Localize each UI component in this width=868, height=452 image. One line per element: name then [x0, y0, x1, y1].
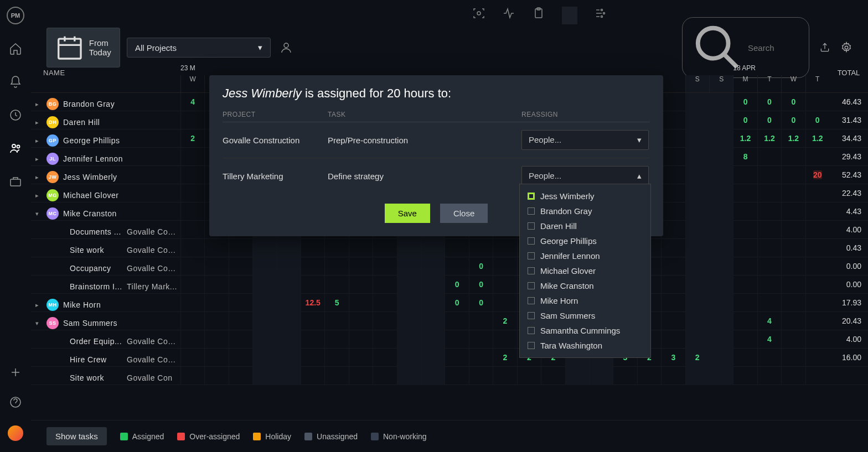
task-row[interactable]: Order Equip... Govalle Con... 4 4.00	[31, 330, 868, 349]
grid-cell[interactable]: 1.2	[805, 129, 829, 148]
grid-cell[interactable]	[373, 367, 396, 385]
grid-cell[interactable]	[324, 349, 348, 367]
grid-cell[interactable]	[397, 330, 421, 349]
grid-cell[interactable]	[252, 257, 276, 276]
grid-cell[interactable]	[277, 239, 301, 257]
grid-cell[interactable]	[349, 239, 373, 257]
grid-cell[interactable]	[517, 367, 541, 385]
grid-cell[interactable]	[661, 257, 685, 276]
grid-cell[interactable]	[397, 294, 421, 312]
grid-cell[interactable]	[180, 276, 204, 294]
grid-cell[interactable]	[709, 330, 733, 349]
link-icon[interactable]	[562, 7, 577, 24]
grid-cell[interactable]	[397, 367, 421, 385]
grid-cell[interactable]	[373, 330, 396, 349]
grid-cell[interactable]	[204, 349, 228, 367]
grid-cell[interactable]	[180, 166, 204, 184]
grid-cell[interactable]	[421, 294, 445, 312]
grid-cell[interactable]	[757, 202, 781, 221]
grid-cell[interactable]	[469, 349, 493, 367]
grid-cell[interactable]	[709, 111, 733, 129]
grid-cell[interactable]	[180, 148, 204, 166]
grid-cell[interactable]	[324, 276, 348, 294]
grid-cell[interactable]	[493, 239, 516, 257]
task-row[interactable]: Occupancy Govalle Con... 0 0.00	[31, 257, 868, 276]
grid-cell[interactable]	[373, 349, 396, 367]
grid-cell[interactable]	[180, 367, 204, 385]
grid-cell[interactable]	[781, 257, 805, 276]
grid-cell[interactable]	[709, 349, 733, 367]
show-tasks-button[interactable]: Show tasks	[46, 427, 107, 445]
grid-cell[interactable]	[685, 111, 709, 129]
grid-cell[interactable]: 0	[469, 276, 493, 294]
grid-cell[interactable]	[709, 239, 733, 257]
grid-cell[interactable]	[421, 276, 445, 294]
checkbox[interactable]	[528, 237, 535, 245]
grid-cell[interactable]	[781, 294, 805, 312]
task-row[interactable]: Hire Crew Govalle Con... 2223232 16.00	[31, 349, 868, 367]
grid-cell[interactable]	[733, 257, 757, 276]
grid-cell[interactable]	[805, 349, 829, 367]
grid-cell[interactable]	[661, 129, 685, 148]
checkbox[interactable]	[528, 282, 535, 289]
grid-cell[interactable]	[445, 349, 468, 367]
grid-cell[interactable]	[204, 367, 228, 385]
grid-cell[interactable]	[229, 276, 252, 294]
grid-cell[interactable]	[324, 257, 348, 276]
grid-cell[interactable]	[781, 184, 805, 202]
grid-cell[interactable]	[709, 367, 733, 385]
activity-icon[interactable]	[502, 7, 515, 20]
project-filter-dropdown[interactable]: All Projects ▾	[127, 38, 271, 58]
grid-cell[interactable]	[661, 367, 685, 385]
share-icon[interactable]	[819, 42, 830, 53]
expand-chevron-icon[interactable]: ▾	[35, 210, 42, 217]
briefcase-icon[interactable]	[9, 175, 22, 188]
grid-cell[interactable]	[229, 239, 252, 257]
people-select[interactable]: People...▴	[521, 166, 649, 186]
grid-cell[interactable]	[781, 166, 805, 184]
grid-cell[interactable]	[709, 294, 733, 312]
user-avatar[interactable]	[8, 425, 23, 441]
grid-cell[interactable]	[733, 330, 757, 349]
grid-cell[interactable]	[805, 221, 829, 239]
grid-cell[interactable]	[421, 257, 445, 276]
grid-cell[interactable]	[661, 312, 685, 330]
people-icon[interactable]	[9, 142, 22, 155]
grid-cell[interactable]	[445, 367, 468, 385]
flow-icon[interactable]	[594, 7, 607, 20]
grid-cell[interactable]: 2	[493, 312, 516, 330]
grid-cell[interactable]	[661, 330, 685, 349]
grid-cell[interactable]	[277, 330, 301, 349]
grid-cell[interactable]	[493, 257, 516, 276]
grid-cell[interactable]	[781, 221, 805, 239]
grid-cell[interactable]	[709, 129, 733, 148]
checkbox[interactable]	[528, 193, 535, 200]
people-option[interactable]: Jess Wimberly	[520, 189, 650, 204]
grid-cell[interactable]	[180, 257, 204, 276]
people-option[interactable]: Tara Washington	[520, 338, 650, 353]
grid-cell[interactable]	[252, 330, 276, 349]
grid-cell[interactable]	[180, 239, 204, 257]
grid-cell[interactable]	[661, 184, 685, 202]
grid-cell[interactable]	[397, 257, 421, 276]
expand-chevron-icon[interactable]: ▸	[35, 101, 42, 108]
grid-cell[interactable]	[565, 367, 589, 385]
grid-cell[interactable]	[757, 349, 781, 367]
grid-cell[interactable]	[805, 330, 829, 349]
people-option[interactable]: George Phillips	[520, 233, 650, 248]
grid-cell[interactable]	[709, 202, 733, 221]
grid-cell[interactable]: 0	[805, 111, 829, 129]
grid-cell[interactable]	[229, 257, 252, 276]
grid-cell[interactable]	[277, 294, 301, 312]
grid-cell[interactable]	[469, 239, 493, 257]
grid-cell[interactable]	[781, 312, 805, 330]
scan-icon[interactable]	[472, 7, 485, 20]
grid-cell[interactable]	[805, 202, 829, 221]
grid-cell[interactable]: 2	[180, 129, 204, 148]
person-row[interactable]: ▸ MH Mike Horn 12.5500 17.93	[31, 294, 868, 312]
grid-cell[interactable]	[180, 330, 204, 349]
grid-cell[interactable]	[757, 166, 781, 184]
grid-cell[interactable]	[733, 166, 757, 184]
grid-cell[interactable]	[229, 294, 252, 312]
grid-cell[interactable]	[301, 239, 324, 257]
